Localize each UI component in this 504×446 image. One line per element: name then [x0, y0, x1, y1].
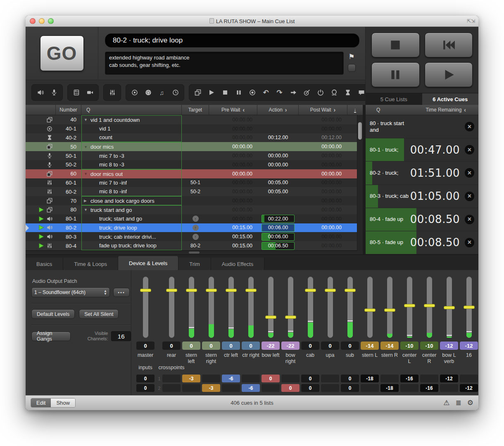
cue-row-60-2[interactable]: 60-2mic 8 to -inf50-200:00.0000:05.0000:… — [26, 187, 363, 196]
crosspoint-cell[interactable]: 0 — [341, 384, 359, 392]
stop-cue-x-button[interactable]: × — [465, 215, 474, 224]
new-midi-cue-button[interactable] — [141, 85, 155, 100]
resume-button[interactable] — [425, 62, 473, 87]
crosspoint-cell[interactable] — [400, 384, 418, 392]
fader-handle[interactable] — [424, 304, 435, 307]
action-value[interactable] — [257, 169, 299, 178]
cue-target-cell[interactable] — [182, 160, 209, 169]
new-mic-cue-button[interactable] — [47, 85, 61, 100]
crosspoint-cell[interactable]: -6 — [242, 384, 260, 392]
crosspoint-cell[interactable] — [380, 375, 399, 382]
cue-row-60[interactable]: 60▼door mics out00:00.0000:00.00 — [26, 169, 363, 178]
fader-handle[interactable] — [384, 308, 395, 312]
new-fade-cue-button[interactable] — [105, 85, 119, 100]
cue-name-cell[interactable]: mic 7 to -inf — [81, 178, 182, 187]
new-stop-cue-button[interactable] — [218, 85, 232, 100]
crosspoint-cell[interactable] — [420, 375, 438, 382]
inspector-tab-basics[interactable]: Basics — [26, 258, 63, 270]
cue-row-60-1[interactable]: 60-1mic 7 to -inf50-100:00.0000:05.0000:… — [26, 178, 363, 187]
fader-track[interactable] — [169, 277, 174, 338]
action-value[interactable]: 00:00.00 — [257, 160, 299, 169]
post-wait-value[interactable]: 00:00.00 — [299, 187, 347, 196]
crosspoint-cell[interactable] — [182, 384, 200, 392]
cue-notes[interactable]: extended highway road ambiance cab sound… — [105, 52, 344, 75]
action-value[interactable] — [257, 124, 299, 133]
action-value[interactable]: 00:06.50 — [257, 241, 299, 250]
level-value-field[interactable]: -22 — [262, 342, 280, 350]
fader-track[interactable] — [466, 277, 472, 338]
cue-target-cell[interactable]: ↑ — [182, 223, 209, 232]
cue-number[interactable]: 80-2 — [56, 223, 81, 232]
post-wait-value[interactable]: 00:00.00 — [299, 223, 347, 232]
fader-handle[interactable] — [364, 308, 376, 312]
fader-track[interactable] — [143, 277, 148, 338]
active-cue-row[interactable]: 80-3 · truck; cab01:05.00× — [366, 185, 478, 208]
pre-wait-value[interactable]: 00:00.00 — [209, 214, 257, 223]
column-q[interactable]: Q — [81, 105, 182, 115]
fader-track[interactable] — [288, 277, 293, 338]
collapse-triangle-icon[interactable]: ▼ — [84, 145, 90, 149]
action-value[interactable]: 00:22.00 — [257, 214, 299, 223]
cue-number[interactable]: 70 — [56, 196, 81, 205]
new-load-cue-button[interactable] — [245, 85, 259, 100]
cue-name-cell[interactable]: ▼door mics out — [81, 169, 182, 178]
action-value[interactable]: 00:12.00 — [257, 133, 299, 142]
audio-patch-select[interactable]: 1 – Soundflower (64ch)▲▼ — [31, 287, 110, 297]
post-wait-value[interactable]: 00:00.00 — [299, 196, 347, 205]
fader-track[interactable] — [367, 277, 373, 338]
action-value[interactable] — [257, 142, 299, 151]
cue-row-70[interactable]: 70▶close and lock cargo doors00:00.0000:… — [26, 196, 363, 205]
crosspoint-cell[interactable]: 0 — [262, 375, 280, 382]
cue-number[interactable]: 40-2 — [56, 133, 81, 142]
level-value-field[interactable]: -10 — [400, 342, 418, 350]
expand-triangle-icon[interactable]: ▶ — [84, 199, 90, 203]
level-value-field[interactable]: -14 — [361, 342, 379, 350]
new-video-cue-button[interactable] — [69, 85, 83, 100]
column-status[interactable] — [26, 105, 56, 115]
inspector-tab-device-levels[interactable]: Device & Levels — [118, 256, 178, 270]
action-value[interactable]: 00:05.00 — [257, 178, 299, 187]
new-camera-cue-button[interactable] — [83, 85, 97, 100]
new-clock-cue-button[interactable] — [169, 85, 182, 100]
action-value[interactable] — [257, 196, 299, 205]
cue-target-cell[interactable] — [182, 115, 209, 124]
pre-wait-value[interactable]: 00:00.00 — [209, 151, 257, 160]
stop-cue-x-button[interactable]: × — [465, 238, 474, 247]
crosspoint-cell[interactable]: 0 — [341, 375, 359, 382]
active-time-column[interactable]: Time Remaining‹ — [426, 107, 478, 113]
new-redo-cue-button[interactable]: ↷ — [273, 85, 286, 100]
new-group-cue-button[interactable] — [191, 85, 204, 100]
post-wait-value[interactable]: 00:00.00 — [299, 115, 347, 124]
pre-wait-value[interactable]: 00:15.00 — [209, 232, 257, 241]
cue-target-cell[interactable] — [182, 124, 209, 133]
cue-number[interactable]: 60-1 — [56, 178, 81, 187]
post-wait-value[interactable]: 00:00.00 — [299, 151, 347, 160]
cue-target-cell[interactable] — [182, 151, 209, 160]
cue-name-cell[interactable]: ▼door mics — [81, 142, 182, 151]
fader-handle[interactable] — [305, 289, 316, 292]
crosspoint-cell[interactable]: 0 — [301, 375, 319, 382]
level-value-field[interactable]: -12 — [440, 342, 458, 350]
cue-target-cell[interactable]: 80-2 — [182, 241, 209, 250]
post-wait-value[interactable]: 00:00.00 — [299, 124, 347, 133]
cue-name-cell[interactable]: ▼vid 1 and countdown — [81, 115, 182, 124]
horizontal-scrollbar[interactable] — [26, 251, 363, 254]
new-audio-cue-button[interactable] — [33, 85, 47, 100]
cue-target-cell[interactable] — [182, 205, 209, 214]
level-value-field[interactable]: -12 — [460, 342, 478, 350]
cue-number[interactable]: 40-1 — [56, 124, 81, 133]
fader-track[interactable] — [447, 277, 452, 338]
patch-settings-button[interactable]: ••• — [113, 288, 130, 297]
fader-handle[interactable] — [186, 289, 197, 292]
level-value-field[interactable]: 0 — [301, 342, 319, 350]
cue-row-80-4[interactable]: 80-4fade up truck; drive loop80-200:15.0… — [26, 241, 363, 250]
crosspoint-cell[interactable]: -12 — [440, 375, 458, 382]
crosspoint-cell[interactable] — [361, 384, 379, 392]
cue-row-40-2[interactable]: 40-2count00:00.0000:12.0000:12.00 — [26, 133, 363, 142]
new-pause-cue-button[interactable] — [232, 85, 245, 100]
active-cue-row[interactable]: 80-5 · fade up00:08.50× — [366, 231, 478, 254]
pre-wait-value[interactable]: 00:15.00 — [209, 223, 257, 232]
post-wait-value[interactable]: 00:00.00 — [299, 178, 347, 187]
crosspoint-cell[interactable] — [281, 375, 300, 382]
cue-target-cell[interactable] — [182, 142, 209, 151]
